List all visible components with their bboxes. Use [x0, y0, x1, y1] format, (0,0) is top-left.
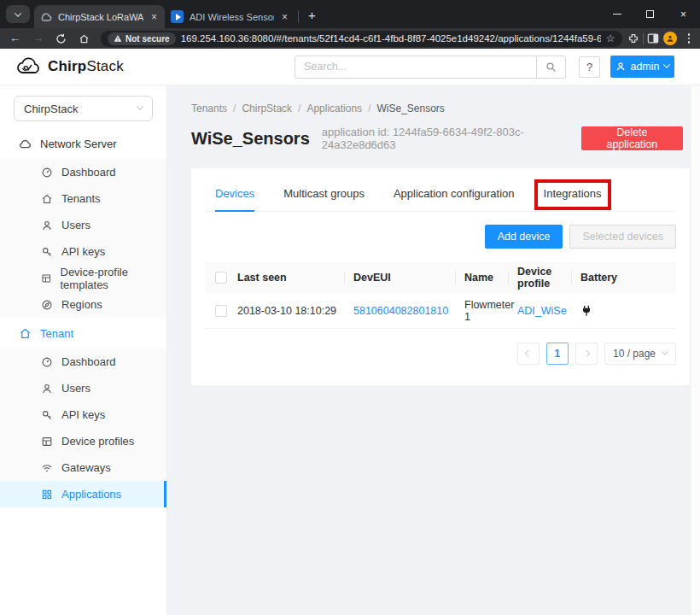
- tab-divider: [298, 10, 299, 23]
- cloud-logo-icon: [15, 56, 43, 77]
- sidebar-item-api-keys[interactable]: API keys: [0, 238, 166, 265]
- application-card: Devices Multicast groups Application con…: [191, 168, 690, 385]
- reload-button[interactable]: [50, 33, 73, 44]
- tab-integrations[interactable]: Integrations: [544, 184, 602, 211]
- row-checkbox[interactable]: [215, 305, 227, 317]
- breadcrumb-current: WiSe_Sensors: [376, 102, 444, 114]
- bookmark-star-icon[interactable]: ☆: [606, 32, 615, 44]
- window-controls: ×: [600, 0, 700, 28]
- next-page-button: [575, 343, 598, 365]
- not-secure-badge[interactable]: Not secure: [108, 32, 176, 45]
- delete-application-button[interactable]: Delete application: [581, 126, 683, 150]
- application-tabs: Devices Multicast groups Application con…: [205, 184, 676, 212]
- close-window-button[interactable]: ×: [667, 0, 700, 28]
- tab-search-button[interactable]: [6, 5, 30, 23]
- column-battery[interactable]: Battery: [580, 272, 676, 284]
- tab-title: ChirpStack LoRaWAN® Networ: [58, 12, 143, 22]
- logo-text: ChirpStack: [48, 58, 124, 75]
- sidebar-item-gateways[interactable]: Gateways: [0, 454, 166, 481]
- scrollbar-track[interactable]: [690, 85, 700, 615]
- browser-menu-icon[interactable]: [681, 33, 697, 44]
- sidebar-group-tenant[interactable]: Tenant: [0, 318, 166, 348]
- sidebar-group-network-server[interactable]: Network Server: [0, 128, 166, 159]
- home-button[interactable]: [73, 33, 96, 44]
- user-icon: [41, 383, 53, 395]
- tenant-select[interactable]: ChirpStack: [14, 96, 153, 121]
- chirpstack-favicon-icon: [40, 11, 52, 23]
- new-tab-button[interactable]: +: [301, 8, 323, 22]
- forward-button: →: [26, 28, 50, 49]
- sidebar-item-users[interactable]: Users: [0, 212, 166, 238]
- tab-application-configuration[interactable]: Application configuration: [394, 184, 515, 211]
- search-input[interactable]: [295, 56, 536, 78]
- sidebar-item-dashboard[interactable]: Dashboard: [0, 159, 166, 185]
- browser-tab-chirpstack[interactable]: ChirpStack LoRaWAN® Networ ×: [34, 5, 165, 28]
- warning-icon: [114, 34, 122, 43]
- user-icon: [615, 62, 626, 72]
- select-all-checkbox[interactable]: [215, 272, 227, 284]
- sidebar-item-tenant-users[interactable]: Users: [0, 375, 166, 401]
- close-icon[interactable]: ×: [149, 11, 159, 23]
- page-size-select[interactable]: 10 / page: [604, 343, 676, 365]
- user-menu-button[interactable]: admin: [610, 56, 674, 78]
- search-button[interactable]: [536, 56, 565, 78]
- key-icon: [41, 409, 53, 421]
- wifi-icon: [41, 462, 53, 474]
- address-bar[interactable]: Not secure 169.254.160.36:8080/#/tenants…: [101, 31, 622, 47]
- breadcrumb-chirpstack[interactable]: ChirpStack: [242, 102, 292, 114]
- extensions-icon[interactable]: [627, 32, 639, 44]
- cell-last-seen: 2018-03-10 18:10:29: [237, 305, 353, 317]
- breadcrumb-applications[interactable]: Applications: [306, 102, 362, 114]
- tab-multicast-groups[interactable]: Multicast groups: [283, 184, 365, 211]
- previous-page-button: [517, 343, 540, 365]
- pagination: 1 10 / page: [205, 343, 676, 365]
- dashboard-icon: [41, 167, 53, 179]
- global-search: [295, 56, 566, 79]
- sidebar-item-applications[interactable]: Applications: [0, 481, 166, 507]
- page-title: WiSe_Sensors: [191, 129, 310, 149]
- deveui-link[interactable]: 5810604082801810: [353, 305, 448, 317]
- page-number-button[interactable]: 1: [546, 343, 569, 365]
- browser-titlebar: ChirpStack LoRaWAN® Networ × ADI Wireles…: [0, 0, 700, 28]
- sidebar-item-device-profile-templates[interactable]: Device-profile templates: [0, 265, 166, 291]
- column-last-seen[interactable]: Last seen: [237, 272, 353, 284]
- devices-table: Last seen DevEUI Name Device profile Bat…: [205, 262, 676, 329]
- sidebar-item-tenant-dashboard[interactable]: Dashboard: [0, 348, 166, 375]
- play-favicon-icon: [171, 10, 184, 23]
- help-button[interactable]: ?: [579, 56, 600, 78]
- sidebar-item-regions[interactable]: Regions: [0, 291, 166, 318]
- column-deveui[interactable]: DevEUI: [353, 272, 464, 284]
- browser-toolbar: ← → Not secure 169.254.160.36:8080/#/ten…: [0, 28, 700, 49]
- tab-devices[interactable]: Devices: [215, 184, 254, 211]
- side-panel-icon[interactable]: [647, 32, 659, 44]
- browser-tab-adi[interactable]: ADI Wireless Sensor Hub ×: [165, 5, 295, 28]
- profile-avatar[interactable]: [663, 32, 677, 45]
- breadcrumb-tenants[interactable]: Tenants: [191, 102, 227, 114]
- breadcrumb: Tenants/ChirpStack/Applications/WiSe_Sen…: [191, 102, 690, 114]
- cloud-icon: [19, 138, 32, 150]
- grid-icon: [41, 272, 52, 284]
- cell-name: Flowmeter 1: [464, 299, 517, 323]
- table-row: 2018-03-10 18:10:29 5810604082801810 Flo…: [205, 293, 676, 329]
- column-name[interactable]: Name: [464, 272, 517, 284]
- maximize-button[interactable]: [633, 0, 667, 28]
- home-icon: [19, 327, 32, 340]
- tab-title: ADI Wireless Sensor Hub: [190, 12, 274, 22]
- device-profile-link[interactable]: ADI_WiSe: [517, 305, 567, 317]
- add-device-button[interactable]: Add device: [485, 225, 563, 249]
- toolbar-divider: [643, 33, 644, 44]
- back-button[interactable]: ←: [3, 28, 26, 49]
- sidebar-item-device-profiles[interactable]: Device profiles: [0, 428, 166, 454]
- sidebar: ChirpStack Network Server Dashboard Tena…: [0, 85, 167, 615]
- chevron-down-icon: [15, 9, 21, 16]
- minimize-button[interactable]: [600, 0, 633, 28]
- chirpstack-logo[interactable]: ChirpStack: [15, 56, 124, 77]
- close-icon[interactable]: ×: [280, 11, 289, 23]
- main-content: Tenants/ChirpStack/Applications/WiSe_Sen…: [167, 85, 690, 615]
- apps-icon: [41, 489, 53, 501]
- user-label: admin: [630, 61, 659, 73]
- url-text[interactable]: 169.254.160.36:8080/#/tenants/52f14cd4-c…: [181, 33, 601, 44]
- sidebar-item-tenant-api-keys[interactable]: API keys: [0, 401, 166, 428]
- sidebar-item-tenants[interactable]: Tenants: [0, 185, 166, 212]
- column-device-profile[interactable]: Device profile: [517, 266, 580, 290]
